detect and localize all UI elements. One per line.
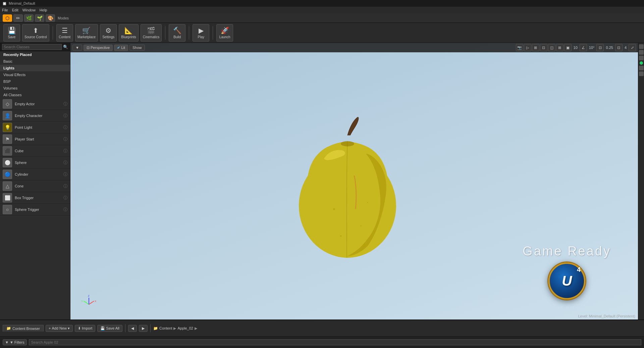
placement-sphere[interactable]: ⚪ Sphere ⓘ [0,157,70,169]
menu-file[interactable]: File [2,8,8,12]
svg-line-6 [89,301,94,304]
add-new-button[interactable]: + Add New ▾ [46,325,73,332]
placement-empty-character[interactable]: 👤 Empty Character ⓘ [0,110,70,122]
breadcrumb-end: ▶ [195,326,197,331]
filters-button[interactable]: ▼ ▼ Filters [3,339,27,345]
mode-paint[interactable]: ✏ [13,14,23,22]
sphere-icon: ⚪ [3,158,12,167]
rs-btn-1[interactable] [639,44,644,49]
menu-edit[interactable]: Edit [12,8,18,12]
menu-window[interactable]: Window [22,8,36,12]
sphere-trigger-info: ⓘ [63,207,67,213]
viewport-maximize-btn[interactable]: ⤢ [629,44,636,51]
breadcrumb-folder-icon: 📁 [153,326,158,331]
box-trigger-icon: ⬜ [3,193,12,202]
svg-point-3 [360,225,362,226]
viewport-lit-btn[interactable]: ✔ Lit [114,45,128,51]
blueprints-icon: 📐 [124,26,133,35]
category-bsp[interactable]: BSP [0,78,70,85]
angle-value: 10° [588,46,596,50]
perspective-label: Perspective [91,46,110,50]
rs-btn-2[interactable] [639,50,644,55]
settings-button[interactable]: ⚙ Settings [100,24,117,42]
forward-icon: ▶ [142,326,145,331]
viewport-grid-btn[interactable]: ⊞ [532,44,539,51]
rs-btn-5[interactable] [639,71,644,76]
category-lights[interactable]: Lights [0,65,70,71]
forward-button[interactable]: ▶ [139,325,148,332]
viewport-camera-btn[interactable]: 📷 [516,44,523,51]
empty-actor-icon: ◇ [3,99,12,109]
axes-indicator: X Y Z [80,293,97,309]
viewport-num-btn[interactable]: ⊡ [615,44,623,51]
content-browser-tab[interactable]: 📁 Content Browser [3,325,44,332]
empty-actor-info: ⓘ [63,101,67,107]
marketplace-button[interactable]: 🛒 Marketplace [75,24,98,42]
mode-place[interactable]: ⬡ [3,14,12,22]
category-visual-effects[interactable]: Visual Effects [0,71,70,78]
viewport-view-btn[interactable]: ⊞ [556,44,564,51]
cylinder-icon: 🔵 [3,170,12,179]
viewport-perspective-btn[interactable]: ⊡ Perspective [84,45,113,51]
category-basic[interactable]: Basic [0,58,70,65]
source-control-button[interactable]: ⬆ Source Control [22,24,49,42]
blueprints-button[interactable]: 📐 Blueprints [119,24,138,42]
category-volumes[interactable]: Volumes [0,85,70,92]
svg-text:X: X [95,300,97,303]
launch-button[interactable]: 🚀 Launch [216,24,233,42]
search-box: 🔍 [0,43,70,51]
mode-foliage[interactable]: 🌱 [35,14,44,22]
placement-cone[interactable]: △ Cone ⓘ [0,180,70,192]
viewport-snap-btn[interactable]: ⊡ [540,44,547,51]
toolbar-separator-4 [213,26,213,40]
search-classes-input[interactable] [2,44,62,50]
add-new-label: Add New [52,326,67,330]
breadcrumb-apple02[interactable]: Apple_02 [177,326,193,330]
cb-separator-2 [150,324,151,332]
viewport-surface-btn[interactable]: ◫ [548,44,555,51]
play-button[interactable]: ▶ Play [193,24,209,42]
menu-help[interactable]: Help [40,8,47,12]
viewport-show-btn[interactable]: Show [129,45,145,51]
save-button[interactable]: 💾 Save [3,24,20,42]
viewport-collapse-btn[interactable]: ▼ [72,45,82,51]
build-button[interactable]: 🔨 Build [169,24,185,42]
cinematics-button[interactable]: 🎬 Cinematics [141,24,162,42]
placement-empty-actor[interactable]: ◇ Empty Actor ⓘ [0,98,70,110]
cb-tab-label: Content Browser [12,327,40,331]
import-icon: ⬇ [78,326,81,331]
right-sidebar [638,43,644,320]
placement-player-start[interactable]: ⚑ Player Start ⓘ [0,133,70,145]
mode-geometry[interactable]: 🎨 [46,14,55,22]
build-label: Build [173,35,181,39]
category-all-classes[interactable]: All Classes [0,92,70,98]
blueprints-label: Blueprints [121,35,136,39]
viewport-angle-btn[interactable]: ∠ [580,44,587,51]
cb-tab-icon: 📁 [6,326,11,331]
viewport[interactable]: ▼ ⊡ Perspective ✔ Lit Show 📷 ▷ ⊞ ⊡ ◫ ⊞ ▣… [70,43,638,320]
placement-cylinder[interactable]: 🔵 Cylinder ⓘ [0,169,70,180]
point-light-icon: 💡 [3,123,12,132]
viewport-realtime-btn[interactable]: ▷ [524,44,531,51]
level-info: Level: Minimal_Default (Persistent) [578,314,635,318]
category-recently-placed[interactable]: Recently Placed [0,51,70,58]
add-new-chevron: ▾ [68,326,70,331]
placement-cube[interactable]: ⬛ Cube ⓘ [0,145,70,157]
placement-point-light[interactable]: 💡 Point Light ⓘ [0,122,70,133]
cylinder-info: ⓘ [63,172,67,177]
lit-label: Lit [121,46,125,50]
rs-btn-4[interactable] [639,66,644,70]
placement-box-trigger[interactable]: ⬜ Box Trigger ⓘ [0,192,70,204]
content-button[interactable]: ☰ Content [56,24,73,42]
placement-sphere-trigger[interactable]: ○ Sphere Trigger ⓘ [0,204,70,216]
toolbar-separator-2 [165,26,165,40]
import-button[interactable]: ⬇ Import [75,325,95,332]
viewport-layout-btn[interactable]: ▣ [564,44,572,51]
play-icon: ▶ [199,26,204,35]
mode-landscape[interactable]: 🌿 [24,14,34,22]
rs-btn-3[interactable] [639,56,644,60]
save-all-button[interactable]: 💾 Save All [97,325,122,332]
back-button[interactable]: ◀ [128,325,137,332]
breadcrumb-content[interactable]: Content [159,326,172,330]
content-search-input[interactable] [29,339,641,345]
